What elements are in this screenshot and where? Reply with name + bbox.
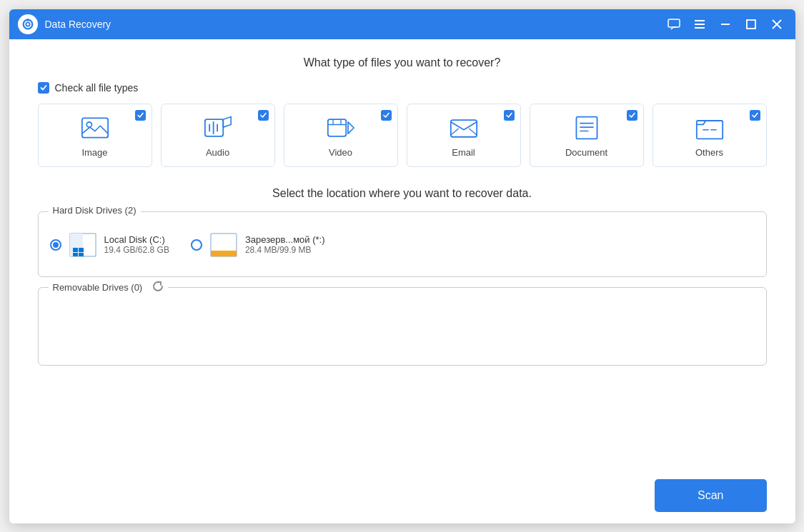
document-label: Document (565, 147, 607, 158)
audio-label: Audio (206, 147, 229, 158)
svg-rect-34 (73, 248, 78, 252)
svg-rect-17 (327, 119, 345, 136)
drive-reserved-radio[interactable] (191, 239, 202, 251)
close-button[interactable] (767, 14, 787, 34)
svg-point-1 (26, 22, 29, 26)
image-icon (79, 114, 111, 141)
svg-rect-29 (696, 121, 722, 139)
image-label: Image (81, 147, 107, 158)
removable-label-row: Removable Drives (0) (49, 281, 169, 295)
drive-reserved-info: Зарезерв...мой (*:) 28.4 MB/99.9 MB (245, 234, 325, 255)
check-all-row[interactable]: Check all file types (38, 82, 767, 94)
app-logo (18, 14, 38, 34)
others-checkbox (750, 110, 760, 121)
menu-button[interactable] (690, 14, 710, 34)
svg-rect-11 (81, 118, 107, 137)
removable-label: Removable Drives (0) (53, 282, 143, 293)
check-all-label: Check all file types (55, 82, 139, 94)
svg-rect-37 (79, 253, 84, 256)
file-types-grid: Image Audio (38, 104, 767, 167)
chat-button[interactable] (664, 14, 684, 34)
main-window: Data Recovery What type of files you wan… (9, 9, 795, 523)
refresh-icon[interactable] (152, 281, 164, 295)
drive-c-size: 19.4 GB/62.8 GB (104, 245, 169, 255)
drive-local-c[interactable]: Local Disk (C:) 19.4 GB/62.8 GB (50, 229, 169, 265)
drive-c-info: Local Disk (C:) 19.4 GB/62.8 GB (104, 234, 169, 255)
titlebar: Data Recovery (9, 9, 795, 39)
svg-marker-18 (348, 121, 354, 133)
drive-reserved[interactable]: Зарезерв...мой (*:) 28.4 MB/99.9 MB (191, 229, 325, 265)
minimize-button[interactable] (715, 14, 735, 34)
video-icon (325, 114, 357, 141)
video-checkbox (381, 110, 392, 121)
file-type-image[interactable]: Image (38, 104, 152, 167)
audio-icon (202, 114, 234, 141)
document-checkbox (627, 110, 637, 121)
file-type-document[interactable]: Document (530, 104, 644, 167)
window-controls (664, 14, 787, 34)
drive-reserved-icon (208, 229, 239, 261)
svg-line-24 (469, 128, 477, 134)
maximize-button[interactable] (741, 14, 761, 34)
hard-disk-section: Hard Disk Drives (2) (38, 211, 767, 277)
scan-button[interactable]: Scan (655, 479, 766, 512)
drive-reserved-name: Зарезерв...мой (*:) (245, 234, 325, 245)
svg-rect-39 (211, 251, 237, 256)
drive-reserved-size: 28.4 MB/99.9 MB (245, 245, 325, 255)
drive-c-radio[interactable] (50, 239, 61, 251)
svg-rect-8 (747, 20, 755, 29)
svg-rect-36 (73, 253, 78, 256)
drive-c-top: Local Disk (C:) 19.4 GB/62.8 GB (50, 229, 169, 261)
audio-checkbox (258, 110, 269, 121)
email-label: Email (452, 147, 475, 158)
video-label: Video (329, 147, 352, 158)
file-type-audio[interactable]: Audio (161, 104, 275, 167)
file-type-others[interactable]: Others (652, 104, 767, 167)
svg-rect-13 (204, 119, 222, 136)
svg-line-23 (450, 128, 458, 134)
file-type-heading: What type of files you want to recover? (38, 56, 767, 69)
app-title: Data Recovery (45, 19, 664, 30)
hard-disk-label: Hard Disk Drives (2) (49, 205, 141, 216)
bottom-bar: Scan (9, 471, 795, 523)
file-type-email[interactable]: Email (407, 104, 521, 167)
svg-point-0 (23, 19, 32, 29)
image-checkbox (135, 110, 146, 121)
document-icon (571, 114, 602, 141)
svg-rect-22 (450, 120, 476, 137)
email-checkbox (504, 110, 515, 121)
others-icon (694, 114, 725, 141)
main-content: What type of files you want to recover? … (9, 39, 795, 471)
removable-section: Removable Drives (0) (38, 287, 767, 366)
check-all-checkbox[interactable] (38, 82, 49, 94)
svg-point-12 (86, 121, 91, 126)
drive-r-top: Зарезерв...мой (*:) 28.4 MB/99.9 MB (191, 229, 325, 261)
file-type-video[interactable]: Video (284, 104, 398, 167)
drive-c-name: Local Disk (C:) (104, 234, 169, 245)
drives-list: Local Disk (C:) 19.4 GB/62.8 GB (50, 224, 755, 265)
svg-rect-25 (576, 116, 597, 139)
svg-rect-35 (79, 248, 84, 252)
drive-c-icon (67, 229, 99, 261)
email-icon (448, 114, 480, 141)
others-label: Others (695, 147, 723, 158)
svg-rect-3 (668, 19, 680, 27)
location-heading: Select the location where you want to re… (38, 187, 767, 200)
